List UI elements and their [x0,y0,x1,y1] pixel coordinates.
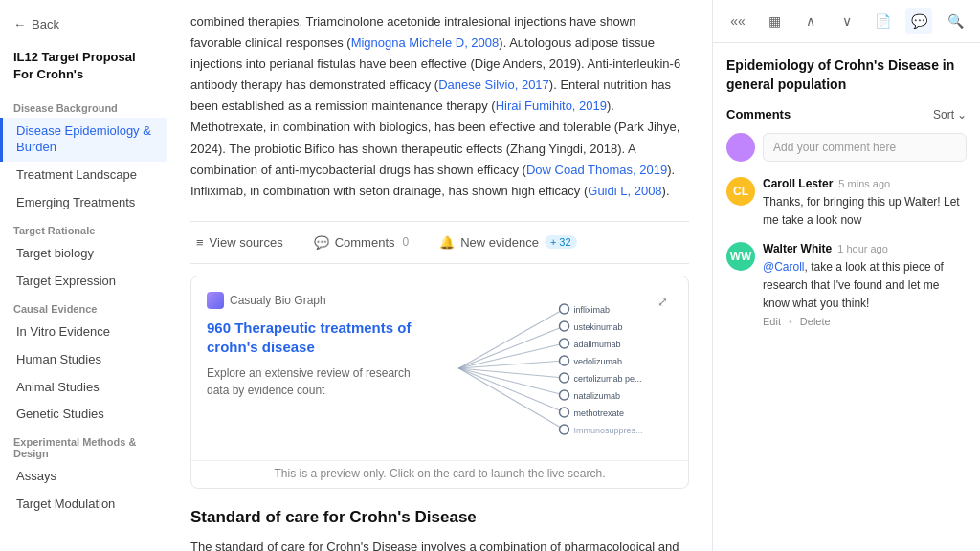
edit-comment-button[interactable]: Edit [763,316,781,327]
new-evidence-button[interactable]: 🔔 New evidence + 32 [434,231,582,253]
sidebar-section-target-rationale: Target Rationale [0,217,167,240]
walter-comment-actions: Edit • Delete [763,316,967,327]
svg-point-15 [560,425,569,434]
funnel-chart: infliximab ustekinumab adalimumab vedoli… [436,292,673,445]
walter-comment-meta: Walter White 1 hour ago [763,242,967,255]
back-arrow-icon: ← [13,17,26,32]
caroll-avatar: CL [726,177,755,206]
toolbar-icons-right: 📄 💬 🔍 [869,8,969,34]
current-user-avatar [726,133,755,162]
sort-button[interactable]: Sort ⌄ [933,108,967,121]
bell-icon: 🔔 [439,235,455,250]
sort-chevron-icon: ⌄ [957,108,967,121]
svg-text:certolizumab pe...: certolizumab pe... [574,374,642,384]
link-guidi[interactable]: Guidi L, 2008 [588,184,661,198]
bio-graph-card[interactable]: Casualy Bio Graph 960 Therapeutic treatm… [190,276,689,489]
sidebar-item-target-modulation[interactable]: Target Modulation [0,491,167,518]
sidebar-item-treatment-landscape[interactable]: Treatment Landscape [0,162,167,189]
preview-note: This is a preview only. Click on the car… [191,460,688,488]
view-sources-button[interactable]: ≡ View sources [190,231,289,253]
comments-count-badge: 0 [403,235,410,249]
action-separator: • [789,316,792,327]
sidebar-item-target-expression[interactable]: Target Expression [0,268,167,296]
sidebar-item-emerging-treatments[interactable]: Emerging Treatments [0,189,167,217]
svg-text:vedolizumab: vedolizumab [574,357,623,366]
svg-text:methotrexate: methotrexate [574,408,625,418]
sidebar-section-causal-evidence: Causal Evidence [0,296,167,319]
svg-line-0 [459,309,565,368]
bio-graph-logo-text: Casualy Bio Graph [230,294,326,307]
sidebar-item-animal-studies[interactable]: Animal Studies [0,374,167,402]
body-text-1: combined therapies. Triamcinolone aceton… [190,0,689,213]
document-icon[interactable]: 📄 [869,8,896,34]
svg-point-8 [560,304,569,314]
toolbar-icons-left: «« ▦ ∧ ∨ [724,8,860,34]
comment-input-row: Add your comment here [726,133,967,162]
bio-graph-title: 960 Therapeutic treatments of crohn's di… [207,319,421,358]
expand-icon[interactable]: ⤢ [652,292,673,313]
sort-label: Sort [933,108,954,121]
right-toolbar: «« ▦ ∧ ∨ 📄 💬 🔍 [713,0,980,43]
caroll-comment-text: Thanks, for bringing this up Walter! Let… [763,193,967,229]
link-mignogna[interactable]: Mignogna Michele D, 2008 [351,35,500,50]
walter-comment-text: @Caroll, take a look at this piece of re… [763,258,967,312]
sidebar-title: IL12 Target Proposal For Crohn's [0,45,167,95]
chevron-up-icon[interactable]: ∧ [797,8,824,34]
walter-comment-time: 1 hour ago [837,243,888,254]
sources-icon: ≡ [196,235,204,250]
sidebar-item-target-biology[interactable]: Target biology [0,240,167,268]
svg-point-10 [560,339,569,348]
svg-point-14 [560,408,569,417]
collapse-sidebar-icon[interactable]: «« [724,8,751,34]
comment-item-caroll: CL Caroll Lester 5 mins ago Thanks, for … [726,177,967,229]
sidebar-section-disease-background: Disease Background [0,95,167,118]
sidebar-item-assays[interactable]: Assays [0,463,167,491]
comment-bubble-icon: 💬 [314,235,329,250]
link-dow[interactable]: Dow Coad Thomas, 2019 [526,163,667,177]
caroll-comment-body: Caroll Lester 5 mins ago Thanks, for bri… [763,177,967,229]
sidebar-item-in-vitro[interactable]: In Vitro Evidence [0,319,167,346]
standard-of-care-heading: Standard of care for Crohn's Disease [190,508,689,527]
caroll-avatar-initials: CL [733,185,748,198]
bio-graph-description: Explore an extensive review of research … [207,364,421,399]
search-icon[interactable]: 🔍 [942,8,969,34]
standard-of-care-text: The standard of care for Crohn's Disease… [190,537,689,551]
action-bar: ≡ View sources 💬 Comments 0 🔔 New eviden… [190,221,689,264]
comment-input[interactable]: Add your comment here [763,133,967,162]
svg-text:Immunosuppres...: Immunosuppres... [574,426,643,435]
svg-point-12 [560,373,569,383]
chat-icon[interactable]: 💬 [905,8,932,34]
sidebar-item-human-studies[interactable]: Human Studies [0,346,167,374]
back-button[interactable]: ← Back [0,11,167,37]
sidebar-item-disease-epidemiology[interactable]: Disease Epidemiology & Burden [0,118,167,162]
right-content: Epidemiology of Crohn's Disease in gener… [713,43,980,551]
new-evidence-badge: + 32 [545,235,577,249]
walter-author: Walter White [763,242,832,255]
bio-graph-info: Casualy Bio Graph 960 Therapeutic treatm… [207,292,436,445]
svg-text:adalimumab: adalimumab [574,340,621,349]
chevron-down-icon[interactable]: ∨ [834,8,860,34]
right-panel-title: Epidemiology of Crohn's Disease in gener… [726,56,967,94]
svg-text:natalizumab: natalizumab [574,391,621,401]
walter-mention: @Caroll [763,260,805,274]
link-danese[interactable]: Danese Silvio, 2017 [438,77,549,92]
walter-comment-body: Walter White 1 hour ago @Caroll, take a … [763,242,967,327]
comments-button[interactable]: 💬 Comments 0 [308,231,415,253]
link-hirai[interactable]: Hirai Fumihito, 2019 [496,99,607,113]
walter-avatar-initials: WW [730,250,752,263]
bio-graph-visualization: ⤢ [436,292,673,445]
comments-section-label: Comments [726,107,791,121]
view-sources-label: View sources [210,235,283,250]
svg-point-13 [560,390,569,400]
columns-icon[interactable]: ▦ [761,8,788,34]
svg-line-5 [459,368,565,395]
back-label: Back [32,17,59,32]
casualy-logo-icon [207,292,224,309]
comments-label: Comments [335,235,395,250]
svg-point-9 [560,321,569,331]
delete-comment-button[interactable]: Delete [800,316,831,327]
right-panel: «« ▦ ∧ ∨ 📄 💬 🔍 Epidemiology of Crohn's D… [712,0,980,551]
comment-item-walter: WW Walter White 1 hour ago @Caroll, take… [726,242,967,327]
sidebar-item-genetic-studies[interactable]: Genetic Studies [0,401,167,429]
bio-graph-logo: Casualy Bio Graph [207,292,421,309]
